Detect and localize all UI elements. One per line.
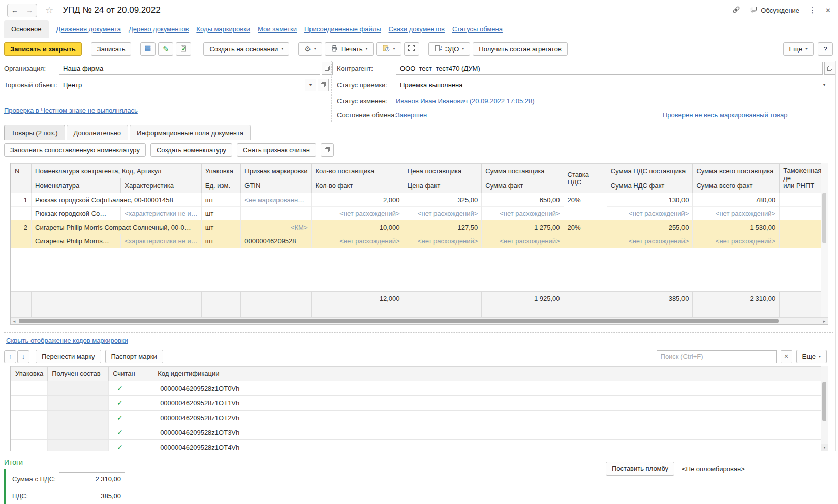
nav-link-marking-codes[interactable]: Коды маркировки: [196, 25, 250, 33]
window-controls: Обсуждение ⋮ ✕: [732, 6, 831, 15]
save-and-close-button[interactable]: Записать и закрыть: [4, 42, 82, 56]
code-row[interactable]: ✓ 00000046209528z1OT0Vh: [11, 381, 823, 396]
scroll-left-icon[interactable]: ◂: [11, 319, 18, 324]
upd-document-window: ← → ☆ УПД № 24 от 20.09.2022 О: [0, 0, 838, 504]
tab-info-fields[interactable]: Информационные поля документа: [130, 125, 251, 140]
edo-button[interactable]: ЭДО ▾: [428, 42, 471, 56]
counterparty-field[interactable]: ООО_тест_тест470 (ДУМ): [396, 62, 823, 75]
acceptance-status-field[interactable]: Приемка выполнена ▾: [396, 79, 829, 91]
code-row[interactable]: ✓ 00000046209528z1OT3Vh: [11, 425, 823, 440]
codes-more-button[interactable]: Еще ▾: [796, 350, 827, 363]
set-seal-button[interactable]: Поставить пломбу: [606, 462, 674, 476]
tab-goods[interactable]: Товары (2 поз.): [4, 125, 65, 140]
chevron-down-icon: ▾: [393, 47, 395, 51]
print-button[interactable]: Печать ▾: [325, 42, 374, 56]
selected-cell[interactable]: <характеристики не и…: [121, 234, 202, 248]
scanned-check-icon: ✓: [117, 384, 123, 392]
nav-link-my-notes[interactable]: Мои заметки: [258, 25, 297, 33]
fullscreen-button[interactable]: [404, 42, 419, 56]
scroll-right-icon[interactable]: ▸: [821, 319, 828, 324]
col-scanned: Считан: [109, 367, 153, 381]
title-bar: ← → ☆ УПД № 24 от 20.09.2022 О: [0, 0, 838, 20]
more-button[interactable]: Еще ▾: [783, 42, 814, 56]
col-vat-supplier: Сумма НДС поставщика: [607, 164, 693, 178]
more-menu-icon[interactable]: ⋮: [809, 6, 816, 15]
chevron-down-icon: ▾: [281, 47, 283, 51]
organization-label: Организация:: [4, 65, 59, 72]
search-input[interactable]: [657, 350, 777, 363]
goods-horizontal-scrollbar-thumb[interactable]: [19, 319, 779, 323]
transfer-mark-button[interactable]: Перенести марку: [36, 350, 101, 363]
save-button[interactable]: Записать: [91, 42, 132, 56]
goods-horizontal-scrollbar[interactable]: ◂ ▸: [11, 317, 828, 324]
document-structure-button[interactable]: [140, 42, 156, 56]
discussion-button[interactable]: Обсуждение: [750, 6, 799, 15]
sum-with-vat-field[interactable]: 2 310,00: [59, 472, 125, 485]
status-changed-value-link[interactable]: Иванов Иван Иванович (20.09.2022 17:05:2…: [396, 97, 535, 105]
goods-table: N Номенклатура контрагента, Код, Артикул…: [10, 163, 828, 325]
scroll-down-icon[interactable]: ▾: [821, 444, 828, 451]
col-total-supplier: Сумма всего поставщика: [693, 164, 780, 178]
vat-field[interactable]: 385,00: [59, 490, 125, 502]
create-based-on-button[interactable]: Создать на основании ▾: [203, 42, 289, 56]
close-icon[interactable]: ✕: [825, 7, 831, 14]
nav-link-document-tree[interactable]: Дерево документов: [129, 25, 189, 33]
deferred-documents-button[interactable]: ▾: [376, 42, 401, 56]
col-qty-supplier: Кол-во поставщика: [312, 164, 404, 178]
goods-row-1-supplier[interactable]: 1 Рюкзак городской СофтБаланс, 00-000014…: [11, 193, 828, 207]
move-up-button[interactable]: ↑: [4, 350, 16, 363]
check-document-button[interactable]: [176, 42, 191, 56]
code-row[interactable]: ✓ 00000046209528z1OT2Vh: [11, 411, 823, 425]
col-sum-fact: Сумма факт: [482, 178, 564, 193]
goods-header-row-1: N Номенклатура контрагента, Код, Артикул…: [11, 164, 828, 178]
nav-link-document-movements[interactable]: Движения документа: [56, 25, 121, 33]
tab-additional[interactable]: Дополнительно: [67, 125, 129, 140]
code-row[interactable]: ✓ 00000046209528z1OT1Vh: [11, 396, 823, 411]
help-button[interactable]: ?: [818, 42, 833, 56]
col-gtin: GTIN: [241, 178, 312, 193]
mark-passport-button[interactable]: Паспорт марки: [105, 350, 163, 363]
goods-header-row-2: Номенклатура Характеристика Ед. изм. GTI…: [11, 178, 828, 193]
goods-vertical-scrollbar-thumb[interactable]: [822, 193, 826, 243]
not-all-marked-checked-link[interactable]: Проверен не весь маркированный товар: [663, 111, 788, 119]
move-down-button[interactable]: ↓: [17, 350, 29, 363]
nav-link-exchange-statuses[interactable]: Статусы обмена: [452, 25, 503, 33]
clear-search-icon[interactable]: ✕: [781, 350, 792, 363]
get-link-icon[interactable]: [732, 6, 740, 15]
honest-sign-check-link[interactable]: Проверка в Честном знаке не выполнялась: [4, 107, 138, 114]
code-row[interactable]: ✓ 00000046209528z1OT4Vh: [11, 440, 823, 452]
goods-vertical-scrollbar[interactable]: [821, 163, 828, 318]
favorite-star-icon[interactable]: ☆: [45, 5, 53, 16]
organization-field[interactable]: Наша фирма: [59, 62, 320, 75]
exchange-state-value-link[interactable]: Завершен: [396, 111, 427, 119]
open-list-button[interactable]: [321, 143, 334, 157]
settings-menu-button[interactable]: ⚙ ▾: [298, 42, 322, 56]
codes-vertical-scrollbar[interactable]: ▾: [821, 366, 828, 451]
gear-icon: ⚙: [304, 45, 311, 52]
chevron-down-icon: ▾: [309, 83, 312, 87]
codes-vertical-scrollbar-thumb[interactable]: [822, 382, 826, 421]
back-button[interactable]: ←: [8, 4, 22, 17]
trade-object-field[interactable]: Центр: [59, 79, 303, 91]
col-package: Упаковка: [201, 164, 241, 178]
unset-scanned-flag-button[interactable]: Снять признак считан: [237, 143, 316, 157]
pencil-icon: ✎: [163, 45, 169, 53]
goods-row-2-supplier[interactable]: 2 Сигареты Philip Morris Compact Солнечн…: [11, 220, 828, 234]
nav-tab-main[interactable]: Основное: [4, 20, 49, 38]
toggle-marking-codes-link[interactable]: Скрыть отображение кодов маркировки: [6, 337, 128, 344]
goods-row-1-fact[interactable]: Рюкзак городской Со… <характеристики не …: [11, 207, 828, 220]
create-nomenclature-button[interactable]: Создать номенклатуру: [150, 143, 232, 157]
counterparty-open-button[interactable]: [824, 62, 835, 75]
nav-link-attached-files[interactable]: Присоединенные файлы: [304, 25, 381, 33]
chevron-down-icon[interactable]: ▾: [823, 83, 825, 87]
trade-object-open-button[interactable]: [318, 79, 329, 91]
nav-link-document-links[interactable]: Связи документов: [389, 25, 445, 33]
goods-row-2-fact[interactable]: Сигареты Philip Morris… <характеристики …: [11, 234, 828, 248]
get-aggregates-button[interactable]: Получить состав агрегатов: [473, 42, 567, 56]
goods-empty-space[interactable]: [11, 248, 828, 292]
edit-history-button[interactable]: ✎: [158, 42, 173, 56]
forward-button[interactable]: →: [22, 4, 37, 17]
fill-mapped-nomenclature-button[interactable]: Заполнить сопоставленную номенклатуру: [4, 143, 146, 157]
trade-object-dropdown-button[interactable]: ▾: [305, 79, 316, 91]
scanned-check-icon: ✓: [117, 414, 123, 422]
